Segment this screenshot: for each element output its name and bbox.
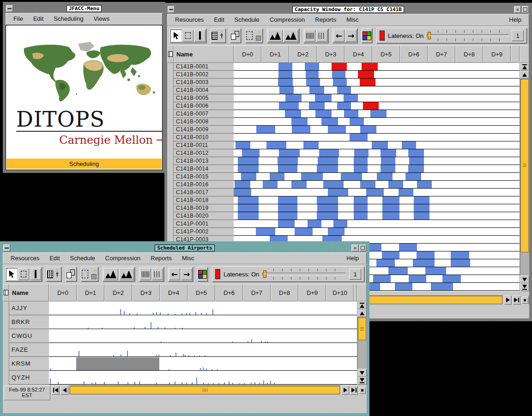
task-bar[interactable] <box>409 275 426 282</box>
task-bar[interactable] <box>399 189 413 196</box>
task-bar[interactable] <box>333 220 347 227</box>
task-bar[interactable] <box>309 102 325 110</box>
capacity-usage-block[interactable] <box>76 357 159 370</box>
vscroll-thumb[interactable] <box>358 318 366 340</box>
capacity-row-name[interactable]: C141B-0019 <box>174 204 234 212</box>
task-bar[interactable] <box>242 149 260 157</box>
airport-row-name[interactable]: BRKR <box>9 315 49 329</box>
sparse-bars-icon[interactable] <box>316 30 327 42</box>
task-bar[interactable] <box>263 181 278 188</box>
airports-column-header-d+3[interactable]: D+3 <box>132 284 160 301</box>
task-bar[interactable] <box>292 126 310 133</box>
task-bar[interactable] <box>236 141 250 149</box>
interval-density-button[interactable] <box>303 28 328 43</box>
scroll-to-end-button[interactable] <box>350 385 358 395</box>
airports-horizontal-scrollbar[interactable] <box>52 385 366 395</box>
new-selection-button[interactable]: ✶ <box>81 267 98 281</box>
pointer-select-tools-button[interactable] <box>169 28 206 43</box>
task-bar[interactable] <box>344 110 358 117</box>
task-bar[interactable] <box>256 228 275 235</box>
task-bar[interactable] <box>414 212 429 220</box>
task-bar[interactable] <box>328 228 345 235</box>
task-bar[interactable] <box>381 157 396 165</box>
task-bar[interactable] <box>382 204 399 212</box>
airports-menu-compression[interactable]: Compression <box>100 253 146 263</box>
scroll-to-bottom-button[interactable] <box>357 377 367 385</box>
pointer-select-tools-button[interactable] <box>5 267 42 281</box>
airports-column-header-d+8[interactable]: D+8 <box>271 284 298 301</box>
task-bar[interactable] <box>354 204 368 212</box>
capacity-column-header-d+7[interactable]: D+7 <box>428 45 455 63</box>
capacity-row-name[interactable]: C141B-0010 <box>174 134 234 141</box>
capacity-row-name[interactable]: C141B-0008 <box>174 118 234 126</box>
split-bar-tool-icon[interactable] <box>194 30 206 42</box>
capacity-column-header-d+3[interactable]: D+3 <box>317 45 345 63</box>
shift-buttons[interactable]: ← → <box>332 28 357 43</box>
task-bar[interactable] <box>382 212 399 220</box>
task-bar[interactable] <box>376 259 395 267</box>
scrollbar-corner-button[interactable] <box>359 387 366 394</box>
task-bar[interactable] <box>319 149 339 157</box>
airports-titlebar[interactable]: Scheduled Airports <box>3 244 367 252</box>
capacity-row-name[interactable]: C141B-0003 <box>174 79 234 86</box>
task-bar[interactable] <box>291 118 308 125</box>
capacity-row-name[interactable]: C141B-0015 <box>174 173 234 181</box>
shift-buttons[interactable]: ← → <box>168 267 193 281</box>
task-bar[interactable] <box>241 173 256 180</box>
sparse-bars-icon[interactable] <box>152 268 163 280</box>
task-bar[interactable] <box>301 173 322 180</box>
task-bar[interactable] <box>318 157 338 165</box>
task-bar[interactable] <box>431 283 453 290</box>
capacity-column-header-d+0[interactable]: D+0 <box>234 45 261 63</box>
capacity-profile-button[interactable] <box>103 267 135 281</box>
grid-columns-button[interactable] <box>211 28 226 43</box>
capacity-row-name[interactable]: C141B-0004 <box>174 86 234 94</box>
airports-menu-help[interactable]: Help <box>341 253 364 263</box>
task-bar[interactable] <box>373 275 391 282</box>
minimize-button[interactable] <box>514 6 521 13</box>
airport-row-name[interactable]: FAZE <box>9 343 49 357</box>
scroll-to-start-button[interactable] <box>52 385 60 395</box>
profile-large-icon[interactable] <box>119 268 134 280</box>
task-bar[interactable] <box>315 110 332 117</box>
task-bar[interactable] <box>354 165 368 172</box>
task-bar[interactable] <box>354 149 369 157</box>
task-bar[interactable] <box>315 94 331 102</box>
task-bar[interactable] <box>354 212 368 220</box>
task-bar[interactable] <box>306 71 319 78</box>
dense-bars-icon[interactable] <box>140 268 151 280</box>
task-bar[interactable] <box>414 204 429 212</box>
task-bar[interactable] <box>425 267 446 275</box>
capacity-row-name[interactable]: C141B-0017 <box>174 189 234 196</box>
task-bar[interactable] <box>405 173 421 180</box>
capacity-row-name[interactable]: C141B-0005 <box>174 94 234 102</box>
task-bar[interactable] <box>279 86 294 94</box>
maximize-button[interactable] <box>522 6 529 13</box>
task-bar[interactable] <box>337 102 351 110</box>
task-bar[interactable] <box>350 118 364 125</box>
copy-page-button[interactable] <box>230 28 241 43</box>
late-task-bar[interactable] <box>360 79 375 86</box>
task-bar[interactable] <box>285 110 301 117</box>
shift-right-button[interactable]: → <box>181 268 192 280</box>
task-bar[interactable] <box>381 149 396 157</box>
airports-menu-misc[interactable]: Misc <box>177 253 200 263</box>
airports-menu-resources[interactable]: Resources <box>6 253 44 263</box>
task-bar[interactable] <box>395 283 412 290</box>
select-all-header[interactable] <box>3 284 9 301</box>
capacity-menu-schedule[interactable]: Schedule <box>230 15 265 24</box>
shift-left-button[interactable]: ← <box>169 268 180 280</box>
task-bar[interactable] <box>317 212 338 220</box>
task-bar[interactable] <box>278 71 292 78</box>
task-bar[interactable] <box>256 126 275 133</box>
select-all-header[interactable] <box>167 45 174 63</box>
color-legend-button[interactable] <box>362 28 372 43</box>
capacity-row-name[interactable]: C141P-0002 <box>174 228 234 236</box>
capacity-menu-resources[interactable]: Resources <box>170 15 209 24</box>
task-bar[interactable] <box>278 79 293 86</box>
task-bar[interactable] <box>417 251 435 259</box>
jfacc-menu-file[interactable]: File <box>8 14 28 24</box>
task-bar[interactable] <box>279 102 299 110</box>
window-menu-button[interactable] <box>168 6 175 13</box>
scroll-to-end-button[interactable] <box>513 295 520 305</box>
